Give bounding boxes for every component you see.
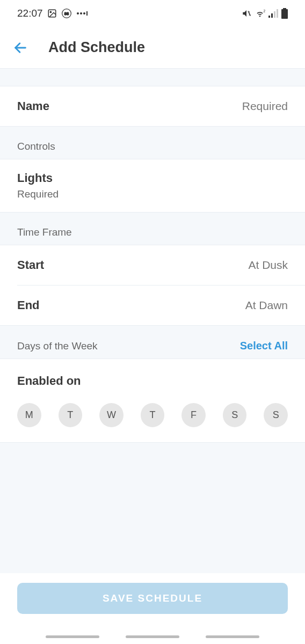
- save-schedule-button[interactable]: SAVE SCHEDULE: [17, 583, 288, 614]
- image-icon: [47, 9, 57, 18]
- save-area: SAVE SCHEDULE: [0, 573, 305, 629]
- days-section: Enabled on M T W T F S S: [0, 358, 305, 443]
- status-time: 22:07: [17, 8, 43, 19]
- more-icon: [76, 10, 88, 17]
- end-value: At Dawn: [245, 299, 288, 312]
- svg-point-1: [50, 11, 51, 12]
- blank-fill: [0, 443, 305, 573]
- svg-text:88: 88: [64, 11, 68, 16]
- start-row[interactable]: Start At Dusk: [0, 245, 305, 285]
- start-value: At Dusk: [248, 259, 288, 272]
- end-label: End: [17, 298, 40, 312]
- day-monday[interactable]: M: [17, 403, 41, 427]
- timeframe-header: Time Frame: [0, 213, 305, 245]
- svg-rect-7: [86, 11, 88, 16]
- nav-home[interactable]: [126, 635, 179, 638]
- svg-rect-10: [268, 16, 270, 18]
- wifi-icon: 2: [255, 9, 265, 18]
- signal-icon: [268, 9, 278, 18]
- mute-vibrate-icon: [242, 9, 251, 18]
- page-title: Add Schedule: [48, 39, 145, 56]
- day-thursday[interactable]: T: [141, 403, 165, 427]
- svg-rect-15: [281, 9, 288, 19]
- status-right: 2: [242, 8, 288, 19]
- svg-rect-14: [283, 8, 286, 9]
- battery-icon: [281, 8, 288, 19]
- select-all-button[interactable]: Select All: [240, 340, 288, 352]
- svg-text:2: 2: [263, 9, 265, 13]
- svg-rect-11: [271, 13, 273, 18]
- enabled-on-label: Enabled on: [17, 374, 288, 388]
- controls-header: Controls: [0, 127, 305, 159]
- day-wednesday[interactable]: W: [99, 403, 124, 427]
- name-value: Required: [242, 100, 288, 113]
- svg-point-6: [83, 12, 85, 14]
- timeframe-label: Time Frame: [17, 226, 72, 238]
- day-sunday[interactable]: S: [264, 403, 288, 427]
- status-bar: 22:07 88 2: [0, 0, 305, 27]
- svg-rect-12: [274, 11, 275, 18]
- lights-row[interactable]: Lights Required: [0, 159, 305, 213]
- end-row[interactable]: End At Dawn: [0, 286, 305, 325]
- android-nav-bar: [0, 629, 305, 644]
- svg-point-5: [80, 12, 82, 14]
- svg-point-4: [77, 12, 79, 14]
- days-label: Days of the Week: [17, 340, 98, 352]
- name-label: Name: [17, 99, 49, 113]
- svg-rect-13: [277, 9, 278, 18]
- name-row[interactable]: Name Required: [0, 86, 305, 127]
- battery-percent-icon: 88: [61, 8, 72, 19]
- day-saturday[interactable]: S: [223, 403, 247, 427]
- status-left: 22:07 88: [17, 8, 88, 19]
- start-label: Start: [17, 258, 44, 272]
- controls-label: Controls: [17, 141, 55, 152]
- nav-recents[interactable]: [46, 635, 99, 638]
- days-header: Days of the Week Select All: [0, 326, 305, 358]
- day-friday[interactable]: F: [181, 403, 206, 427]
- days-row: M T W T F S S: [17, 403, 288, 427]
- spacer: [0, 69, 305, 86]
- back-button[interactable]: [13, 40, 28, 55]
- day-tuesday[interactable]: T: [59, 403, 83, 427]
- timeframe-group: Start At Dusk End At Dawn: [0, 245, 305, 326]
- app-bar: Add Schedule: [0, 27, 305, 69]
- nav-back[interactable]: [206, 635, 259, 638]
- lights-value: Required: [17, 188, 288, 200]
- lights-label: Lights: [17, 171, 288, 185]
